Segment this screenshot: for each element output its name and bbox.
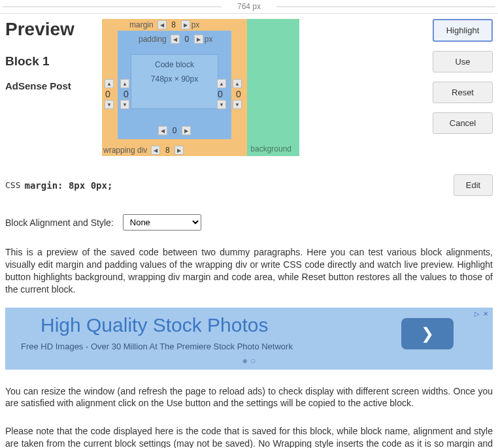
paragraph-3: Please note that the code displayed here…: [5, 425, 493, 448]
page-title: Preview: [5, 19, 97, 40]
padding-bottom-dec[interactable]: ◀: [158, 126, 167, 135]
margin-label: margin: [129, 20, 154, 29]
alignment-select[interactable]: None: [123, 214, 201, 231]
reset-button[interactable]: Reset: [433, 82, 493, 103]
paragraph-1: This is a preview of the saved code betw…: [5, 246, 493, 296]
css-label: CSS: [5, 180, 20, 190]
margin-left-dec[interactable]: ▼: [105, 100, 114, 109]
margin-bottom-inc[interactable]: ▶: [174, 146, 184, 155]
padding-bottom-inc[interactable]: ▶: [182, 126, 191, 135]
box-model-visualizer: background Code block 748px × 90px margi…: [102, 19, 299, 156]
alignment-label: Block Alignment and Style:: [5, 217, 114, 228]
margin-right-inc[interactable]: ▲: [233, 79, 242, 88]
margin-right-dec[interactable]: ▼: [233, 100, 242, 109]
ad-banner[interactable]: ▷ ✕ High Quality Stock Photos Free HD Im…: [5, 308, 493, 370]
ruler: 764 px: [0, 0, 498, 14]
code-block-dims: 748px × 90px: [131, 74, 218, 84]
padding-top-dec[interactable]: ◀: [171, 35, 180, 44]
background-area: [247, 19, 299, 156]
padding-left-inc[interactable]: ▲: [120, 79, 129, 88]
padding-right-dec[interactable]: ▼: [217, 100, 226, 109]
code-block-area: Code block 748px × 90px: [131, 54, 218, 109]
wrapping-div-label: wrapping div: [103, 146, 147, 155]
use-button[interactable]: Use: [433, 51, 493, 72]
cancel-button[interactable]: Cancel: [433, 112, 493, 134]
padding-left-value: 0: [120, 89, 132, 99]
left-column: Preview Block 1 AdSense Post: [5, 19, 97, 91]
margin-bottom-dec[interactable]: ◀: [151, 146, 160, 155]
highlight-button[interactable]: Highlight: [433, 19, 493, 42]
padding-right-inc[interactable]: ▲: [217, 79, 226, 88]
margin-top-dec[interactable]: ◀: [158, 20, 167, 29]
block-name: Block 1: [5, 54, 97, 69]
padding-bottom-value: 0: [169, 126, 180, 135]
margin-top-inc[interactable]: ▶: [181, 20, 190, 29]
padding-top-value: 0: [181, 35, 193, 44]
padding-label: padding: [139, 35, 167, 44]
block-sub: AdSense Post: [5, 80, 97, 91]
margin-left-value: 0: [102, 89, 114, 99]
action-buttons: Highlight Use Reset Cancel: [433, 19, 493, 134]
margin-right-value: 0: [233, 89, 244, 99]
background-label: background: [250, 144, 291, 153]
margin-top-unit: px: [191, 20, 200, 29]
margin-left-inc[interactable]: ▲: [105, 79, 114, 88]
margin-bottom-value: 8: [161, 146, 173, 155]
css-value: margin: 8px 0px;: [24, 180, 112, 191]
padding-right-value: 0: [214, 89, 226, 99]
ad-info-close-icon[interactable]: ▷ ✕: [474, 310, 489, 317]
code-block-label: Code block: [131, 60, 218, 69]
paragraph-2: You can resize the window (and refresh t…: [5, 385, 493, 410]
padding-left-dec[interactable]: ▼: [120, 100, 129, 109]
padding-top-inc[interactable]: ▶: [194, 35, 203, 44]
ad-pagination: ● ○: [14, 355, 484, 366]
edit-button[interactable]: Edit: [454, 174, 493, 196]
padding-top-unit: px: [205, 35, 213, 44]
ad-arrow-button[interactable]: ❯: [401, 318, 454, 349]
margin-top-value: 8: [168, 20, 180, 29]
